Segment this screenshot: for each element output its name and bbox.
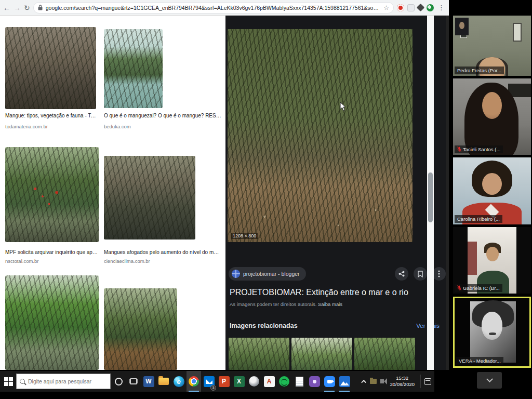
- more-options-button[interactable]: [432, 267, 446, 281]
- purple-app-button[interactable]: [307, 371, 322, 392]
- result-caption[interactable]: Mangues afogados pelo aumento do nível d…: [104, 249, 221, 256]
- result-domain: nsctotal.com.br: [5, 258, 38, 264]
- task-view-button[interactable]: [126, 371, 141, 392]
- chevron-down-icon: [486, 376, 493, 382]
- result-image-2[interactable]: [104, 29, 163, 108]
- extension-icon-dark[interactable]: [417, 4, 425, 12]
- edge-icon: e: [174, 376, 184, 387]
- copyright-note: As imagens podem ter direitos autorais. …: [230, 301, 342, 307]
- participant-tile-tacieli[interactable]: Tacieli Santos (...: [453, 78, 531, 155]
- extension-icon-green[interactable]: [427, 4, 434, 11]
- result-caption[interactable]: MPF solicita arquivar inquérito que apur…: [5, 249, 98, 256]
- mail-badge: 3: [210, 385, 216, 391]
- result-image-1[interactable]: [5, 27, 96, 109]
- source-chip[interactable]: projetobiomar - blogger: [229, 267, 306, 281]
- start-button[interactable]: [1, 371, 16, 392]
- related-image-3[interactable]: [354, 338, 415, 370]
- muted-mic-icon: [457, 285, 461, 291]
- preview-actions: [395, 267, 446, 281]
- preview-scrollbar[interactable]: [427, 16, 434, 370]
- bookmark-star-icon[interactable]: ☆: [383, 4, 389, 11]
- result-image-3[interactable]: [5, 147, 99, 242]
- person-figure: [482, 92, 502, 119]
- extension-icon-red[interactable]: [397, 4, 404, 11]
- preview-image[interactable]: 1208 × 800: [228, 29, 413, 242]
- search-input[interactable]: [28, 378, 101, 384]
- excel-button[interactable]: X: [232, 371, 246, 392]
- muted-mic-icon: [457, 147, 461, 152]
- volume-icon[interactable]: [380, 379, 384, 383]
- collapse-participants-button[interactable]: [477, 372, 502, 389]
- browser-window: ← → ↻ google.com/search?q=mangue&rtz=1C1…: [0, 0, 449, 370]
- participant-tile-gabriela[interactable]: Gabriela IC (Br...: [453, 227, 531, 294]
- chrome-icon: [189, 376, 199, 387]
- tray-folder-icon[interactable]: [370, 379, 377, 384]
- tray-overflow-icon[interactable]: [362, 379, 367, 384]
- image-size-label: 1208 × 800: [231, 233, 258, 239]
- related-image-2[interactable]: [291, 338, 352, 370]
- result-caption[interactable]: O que é o manguezal? O que é o mangue? R…: [104, 113, 221, 119]
- task-view-icon: [130, 378, 137, 384]
- participant-photo: [455, 298, 529, 366]
- powerpoint-button[interactable]: P: [217, 371, 231, 392]
- refresh-button[interactable]: ↻: [24, 4, 30, 11]
- result-image-4[interactable]: [104, 156, 195, 240]
- participant-video: [453, 157, 531, 224]
- back-button[interactable]: ←: [3, 4, 10, 11]
- taskbar-search-box[interactable]: [16, 374, 111, 389]
- chrome-button[interactable]: [187, 371, 201, 392]
- extension-icon-gray[interactable]: [407, 4, 415, 11]
- address-bar[interactable]: google.com/search?q=mangue&rtz=1C1GCEA_e…: [33, 2, 394, 14]
- person-figure: [489, 332, 496, 335]
- result-image-5[interactable]: [5, 275, 99, 370]
- system-tray: 15:32 30/08/2020: [363, 375, 433, 388]
- word-button[interactable]: W: [141, 371, 156, 392]
- windows-logo-icon: [4, 377, 13, 386]
- folder-icon: [158, 378, 169, 385]
- related-image-1[interactable]: [229, 338, 289, 370]
- participant-name: Carolina Ribeiro (...: [457, 216, 500, 222]
- forward-button[interactable]: →: [14, 4, 21, 11]
- related-images-header-row: Imagens relacionadas Ver mais: [230, 322, 440, 329]
- participant-tile-vera-active-speaker[interactable]: VERA - Mediador...: [453, 297, 531, 368]
- cortana-button[interactable]: [111, 371, 126, 392]
- preview-title-link[interactable]: PROJETOBIOMAR: Extinção entre o mar e o …: [230, 288, 437, 297]
- photos-button[interactable]: [337, 371, 352, 392]
- word-icon: W: [143, 376, 154, 387]
- mail-button[interactable]: 3: [202, 371, 216, 392]
- search-icon: [20, 379, 25, 384]
- participant-name: Gabriela IC (Br...: [463, 285, 500, 291]
- wall-picture: [513, 23, 522, 42]
- autocad-button[interactable]: A: [262, 371, 276, 392]
- notepad-button[interactable]: [292, 371, 307, 392]
- spotify-button[interactable]: [277, 371, 291, 392]
- result-image-6[interactable]: [104, 288, 177, 370]
- more-dots-icon: [438, 270, 440, 277]
- file-explorer-button[interactable]: [156, 371, 171, 392]
- participant-name-label: VERA - Mediador...: [456, 357, 503, 365]
- edge-button[interactable]: e: [171, 371, 186, 392]
- participant-name: Pedro Freitas (Por...: [457, 68, 501, 73]
- participant-tile-carolina[interactable]: Carolina Ribeiro (...: [453, 157, 531, 224]
- participant-name: Tacieli Santos (...: [463, 147, 500, 152]
- result-caption[interactable]: Mangue: tipos, vegetação e fauna - Toda …: [5, 113, 98, 119]
- zoom-button[interactable]: [322, 371, 337, 392]
- result-domain: beduka.com: [104, 124, 131, 129]
- learn-more-link[interactable]: Saiba mais: [318, 301, 342, 307]
- gray-app-button[interactable]: [247, 371, 261, 392]
- scrollbar-thumb[interactable]: [428, 172, 433, 222]
- source-chip-label: projetobiomar - blogger: [243, 271, 300, 277]
- taskbar-clock[interactable]: 15:32 30/08/2020: [388, 375, 417, 388]
- cortana-icon: [115, 378, 123, 385]
- participant-name-label: Gabriela IC (Br...: [455, 284, 502, 292]
- action-center-icon[interactable]: [424, 378, 431, 385]
- participant-name-label: Carolina Ribeiro (...: [455, 215, 502, 223]
- share-button[interactable]: [395, 267, 408, 281]
- participant-tile-pedro[interactable]: Pedro Freitas (Por...: [453, 16, 531, 76]
- bookmark-icon: [418, 271, 423, 277]
- save-button[interactable]: [414, 267, 427, 281]
- chrome-menu-icon[interactable]: ⋮: [437, 4, 446, 11]
- person-figure: [486, 247, 499, 261]
- clock-date: 30/08/2020: [390, 381, 415, 388]
- image-preview-panel: 1208 × 800 projetobiomar - blogger: [225, 16, 449, 370]
